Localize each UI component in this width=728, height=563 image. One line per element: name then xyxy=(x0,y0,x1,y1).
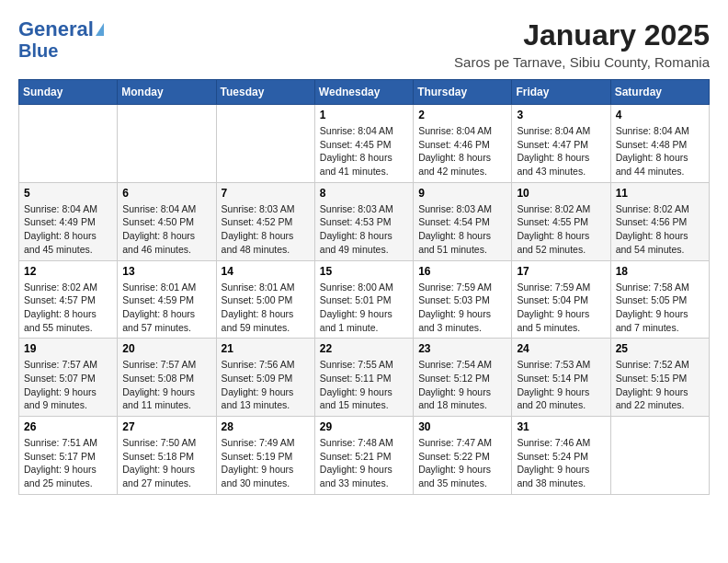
day-info: Sunrise: 8:04 AM Sunset: 4:46 PM Dayligh… xyxy=(418,124,506,178)
calendar-cell: 23Sunrise: 7:54 AM Sunset: 5:12 PM Dayli… xyxy=(414,339,512,417)
day-info: Sunrise: 8:00 AM Sunset: 5:01 PM Dayligh… xyxy=(320,281,408,335)
day-info: Sunrise: 7:53 AM Sunset: 5:14 PM Dayligh… xyxy=(517,358,605,412)
day-info: Sunrise: 7:47 AM Sunset: 5:22 PM Dayligh… xyxy=(418,436,506,490)
day-info: Sunrise: 7:59 AM Sunset: 5:03 PM Dayligh… xyxy=(418,281,506,335)
page-header: General Blue January 2025 Saros pe Tarna… xyxy=(18,18,710,70)
day-number: 6 xyxy=(122,187,210,200)
day-number: 12 xyxy=(24,265,112,278)
day-info: Sunrise: 8:03 AM Sunset: 4:53 PM Dayligh… xyxy=(320,202,408,257)
calendar-cell: 17Sunrise: 7:59 AM Sunset: 5:04 PM Dayli… xyxy=(512,260,610,339)
day-number: 21 xyxy=(222,342,310,355)
logo-general: General xyxy=(18,18,94,40)
day-info: Sunrise: 8:04 AM Sunset: 4:47 PM Dayligh… xyxy=(517,124,605,178)
logo-blue: Blue xyxy=(18,40,58,61)
calendar-cell: 4Sunrise: 8:04 AM Sunset: 4:48 PM Daylig… xyxy=(610,105,709,183)
calendar-cell: 28Sunrise: 7:49 AM Sunset: 5:19 PM Dayli… xyxy=(216,417,314,495)
weekday-header-thursday: Thursday xyxy=(414,80,512,105)
calendar-cell: 6Sunrise: 8:04 AM Sunset: 4:50 PM Daylig… xyxy=(118,182,216,260)
day-info: Sunrise: 7:59 AM Sunset: 5:04 PM Dayligh… xyxy=(517,281,605,335)
day-number: 1 xyxy=(320,109,408,121)
calendar-cell: 5Sunrise: 8:04 AM Sunset: 4:49 PM Daylig… xyxy=(19,182,118,260)
day-info: Sunrise: 7:48 AM Sunset: 5:21 PM Dayligh… xyxy=(320,436,408,490)
day-number: 16 xyxy=(418,265,506,278)
day-info: Sunrise: 8:04 AM Sunset: 4:48 PM Dayligh… xyxy=(616,124,704,178)
day-number: 4 xyxy=(616,109,704,121)
day-info: Sunrise: 8:02 AM Sunset: 4:57 PM Dayligh… xyxy=(24,281,112,335)
calendar-cell: 15Sunrise: 8:00 AM Sunset: 5:01 PM Dayli… xyxy=(314,260,413,339)
calendar-cell: 13Sunrise: 8:01 AM Sunset: 4:59 PM Dayli… xyxy=(118,260,216,339)
day-info: Sunrise: 8:01 AM Sunset: 4:59 PM Dayligh… xyxy=(122,281,210,335)
calendar-cell: 24Sunrise: 7:53 AM Sunset: 5:14 PM Dayli… xyxy=(512,339,610,417)
calendar-week-row: 26Sunrise: 7:51 AM Sunset: 5:17 PM Dayli… xyxy=(19,417,710,495)
day-number: 26 xyxy=(24,420,112,433)
calendar-cell: 29Sunrise: 7:48 AM Sunset: 5:21 PM Dayli… xyxy=(314,417,413,495)
day-number: 22 xyxy=(320,342,408,355)
day-number: 24 xyxy=(517,342,605,355)
calendar-cell: 1Sunrise: 8:04 AM Sunset: 4:45 PM Daylig… xyxy=(314,105,413,183)
day-info: Sunrise: 8:04 AM Sunset: 4:49 PM Dayligh… xyxy=(24,202,112,257)
calendar-cell: 2Sunrise: 8:04 AM Sunset: 4:46 PM Daylig… xyxy=(414,105,512,183)
day-number: 23 xyxy=(418,342,506,355)
day-number: 7 xyxy=(222,187,310,200)
title-block: January 2025 Saros pe Tarnave, Sibiu Cou… xyxy=(454,18,710,70)
day-info: Sunrise: 8:01 AM Sunset: 5:00 PM Dayligh… xyxy=(222,281,310,335)
day-info: Sunrise: 7:51 AM Sunset: 5:17 PM Dayligh… xyxy=(24,436,112,490)
calendar-table: SundayMondayTuesdayWednesdayThursdayFrid… xyxy=(18,79,710,495)
day-info: Sunrise: 7:57 AM Sunset: 5:07 PM Dayligh… xyxy=(24,358,112,412)
logo: General Blue xyxy=(18,18,104,61)
calendar-cell: 20Sunrise: 7:57 AM Sunset: 5:08 PM Dayli… xyxy=(118,339,216,417)
day-info: Sunrise: 7:49 AM Sunset: 5:19 PM Dayligh… xyxy=(222,436,310,490)
weekday-header-monday: Monday xyxy=(118,80,216,105)
weekday-header-tuesday: Tuesday xyxy=(216,80,314,105)
calendar-cell: 31Sunrise: 7:46 AM Sunset: 5:24 PM Dayli… xyxy=(512,417,610,495)
calendar-cell: 7Sunrise: 8:03 AM Sunset: 4:52 PM Daylig… xyxy=(216,182,314,260)
day-number: 5 xyxy=(24,187,112,200)
day-info: Sunrise: 7:54 AM Sunset: 5:12 PM Dayligh… xyxy=(418,358,506,412)
calendar-cell: 30Sunrise: 7:47 AM Sunset: 5:22 PM Dayli… xyxy=(414,417,512,495)
calendar-cell: 9Sunrise: 8:03 AM Sunset: 4:54 PM Daylig… xyxy=(414,182,512,260)
calendar-cell: 12Sunrise: 8:02 AM Sunset: 4:57 PM Dayli… xyxy=(19,260,118,339)
calendar-cell xyxy=(216,105,314,183)
weekday-header-wednesday: Wednesday xyxy=(314,80,413,105)
calendar-cell: 11Sunrise: 8:02 AM Sunset: 4:56 PM Dayli… xyxy=(610,182,709,260)
calendar-cell xyxy=(19,105,118,183)
weekday-header-friday: Friday xyxy=(512,80,610,105)
day-info: Sunrise: 7:50 AM Sunset: 5:18 PM Dayligh… xyxy=(122,436,210,490)
calendar-week-row: 1Sunrise: 8:04 AM Sunset: 4:45 PM Daylig… xyxy=(19,105,710,183)
calendar-cell: 8Sunrise: 8:03 AM Sunset: 4:53 PM Daylig… xyxy=(314,182,413,260)
day-info: Sunrise: 7:57 AM Sunset: 5:08 PM Dayligh… xyxy=(122,358,210,412)
day-number: 17 xyxy=(517,265,605,278)
location-title: Saros pe Tarnave, Sibiu County, Romania xyxy=(454,54,710,70)
calendar-cell xyxy=(118,105,216,183)
weekday-header-sunday: Sunday xyxy=(19,80,118,105)
calendar-cell: 26Sunrise: 7:51 AM Sunset: 5:17 PM Dayli… xyxy=(19,417,118,495)
calendar-cell: 27Sunrise: 7:50 AM Sunset: 5:18 PM Dayli… xyxy=(118,417,216,495)
day-info: Sunrise: 7:55 AM Sunset: 5:11 PM Dayligh… xyxy=(320,358,408,412)
day-info: Sunrise: 7:56 AM Sunset: 5:09 PM Dayligh… xyxy=(222,358,310,412)
calendar-cell: 18Sunrise: 7:58 AM Sunset: 5:05 PM Dayli… xyxy=(610,260,709,339)
calendar-cell: 22Sunrise: 7:55 AM Sunset: 5:11 PM Dayli… xyxy=(314,339,413,417)
day-number: 10 xyxy=(517,187,605,200)
calendar-cell: 19Sunrise: 7:57 AM Sunset: 5:07 PM Dayli… xyxy=(19,339,118,417)
day-number: 13 xyxy=(122,265,210,278)
day-info: Sunrise: 8:03 AM Sunset: 4:52 PM Dayligh… xyxy=(222,202,310,257)
day-number: 29 xyxy=(320,420,408,433)
calendar-week-row: 12Sunrise: 8:02 AM Sunset: 4:57 PM Dayli… xyxy=(19,260,710,339)
day-info: Sunrise: 7:46 AM Sunset: 5:24 PM Dayligh… xyxy=(517,436,605,490)
day-number: 28 xyxy=(222,420,310,433)
day-number: 18 xyxy=(616,265,704,278)
day-number: 31 xyxy=(517,420,605,433)
day-info: Sunrise: 8:02 AM Sunset: 4:56 PM Dayligh… xyxy=(616,202,704,257)
weekday-header-saturday: Saturday xyxy=(610,80,709,105)
day-info: Sunrise: 7:58 AM Sunset: 5:05 PM Dayligh… xyxy=(616,281,704,335)
day-info: Sunrise: 8:03 AM Sunset: 4:54 PM Dayligh… xyxy=(418,202,506,257)
month-title: January 2025 xyxy=(454,18,710,52)
day-number: 2 xyxy=(418,109,506,121)
day-number: 20 xyxy=(122,342,210,355)
day-number: 3 xyxy=(517,109,605,121)
logo-triangle-icon xyxy=(96,23,104,36)
calendar-cell xyxy=(610,417,709,495)
day-info: Sunrise: 7:52 AM Sunset: 5:15 PM Dayligh… xyxy=(616,358,704,412)
calendar-week-row: 5Sunrise: 8:04 AM Sunset: 4:49 PM Daylig… xyxy=(19,182,710,260)
day-info: Sunrise: 8:04 AM Sunset: 4:45 PM Dayligh… xyxy=(320,124,408,178)
